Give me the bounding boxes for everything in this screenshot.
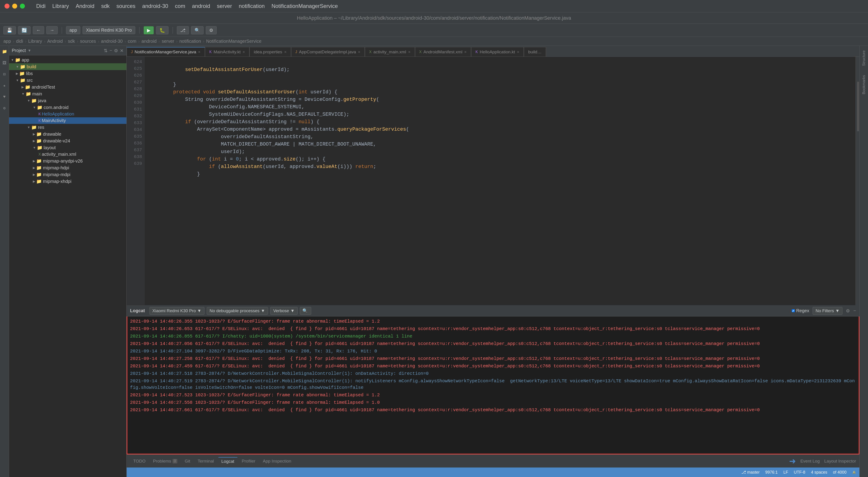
- align-icon[interactable]: ⇅: [104, 48, 107, 53]
- tree-item-layout[interactable]: ▼ 📁 layout: [9, 144, 126, 151]
- tree-item-drawable-v24[interactable]: ▶ 📁 drawable-v24: [9, 137, 126, 144]
- tab-terminal[interactable]: Terminal: [194, 457, 217, 465]
- run-button[interactable]: ▶: [144, 26, 154, 34]
- process-dropdown[interactable]: No debuggable processes ▼: [207, 307, 268, 315]
- settings-panel-icon[interactable]: ⚙: [114, 48, 118, 53]
- tab-logcat[interactable]: Logcat: [218, 457, 238, 465]
- menu-item-service[interactable]: NotificationManagerService: [271, 3, 338, 9]
- breadcrumb-android30[interactable]: android-30: [101, 39, 123, 44]
- tree-item-mipmap-xhdpi[interactable]: ▶ 📁 mipmap-xhdpi: [9, 178, 126, 185]
- tree-item-build[interactable]: ▼ 📁 build: [9, 63, 126, 70]
- tree-item-mipmap-hdpi[interactable]: ▶ 📁 mipmap-hdpi: [9, 164, 126, 171]
- tab-notification-service[interactable]: J NotificationManagerService.java ✕: [127, 47, 205, 57]
- tab-mainactivity[interactable]: K MainActivity.kt ✕: [205, 47, 249, 57]
- menu-item-sdk[interactable]: sdk: [101, 3, 110, 9]
- tree-item-com-android[interactable]: ▼ 📁 com.android: [9, 104, 126, 111]
- tab-profiler[interactable]: Profiler: [239, 457, 258, 465]
- tree-item-libs[interactable]: ▶ 📁 libs: [9, 70, 126, 77]
- tab-problems[interactable]: Problems 0: [150, 457, 181, 465]
- tab-helloapplication[interactable]: K HelloApplication.kt ✕: [471, 47, 524, 57]
- tab-build[interactable]: build…: [524, 47, 546, 57]
- breadcrumb-service[interactable]: NotificationManagerService: [206, 39, 261, 44]
- logcat-search-input[interactable]: [300, 307, 311, 315]
- editor-and-bottom: J NotificationManagerService.java ✕ K Ma…: [127, 46, 859, 477]
- close-panel-icon[interactable]: ✕: [120, 48, 124, 53]
- tab-appcompatdelegate[interactable]: J AppCompatDelegateImpl.java ✕: [291, 47, 365, 57]
- right-label-bookmarks[interactable]: Bookmarks: [862, 75, 866, 94]
- right-label-structure[interactable]: Structure: [862, 51, 866, 66]
- level-dropdown[interactable]: Verbose ▼: [270, 307, 298, 315]
- breadcrumb-server[interactable]: server: [162, 39, 174, 44]
- breadcrumb-android[interactable]: Android: [47, 39, 63, 44]
- tab-androidmanifest[interactable]: X AndroidManifest.xml ✕: [415, 47, 471, 57]
- breadcrumb-library[interactable]: Library: [28, 39, 42, 44]
- logcat-close-icon[interactable]: −: [853, 308, 856, 313]
- code-content[interactable]: setDefaultAssistantForUser(userId); } pr…: [145, 57, 855, 305]
- bookmarks-icon[interactable]: ★: [1, 82, 8, 89]
- maximize-button[interactable]: [20, 4, 25, 9]
- tab-app-inspection[interactable]: App Inspection: [260, 457, 294, 465]
- tab-activity-main-xml[interactable]: X activity_main.xml ✕: [365, 47, 415, 57]
- breadcrumb-com[interactable]: com: [128, 39, 136, 44]
- menu-item-android[interactable]: Android: [76, 3, 95, 9]
- favorites-icon[interactable]: ♥: [1, 93, 8, 100]
- sync-button[interactable]: 🔄: [18, 26, 31, 34]
- forward-button[interactable]: →: [46, 26, 58, 34]
- menu-item-sources[interactable]: sources: [117, 3, 135, 9]
- breadcrumb-sources[interactable]: sources: [80, 39, 96, 44]
- menu-item-notification[interactable]: notification: [239, 3, 265, 9]
- back-button[interactable]: ←: [33, 26, 44, 34]
- menu-item-server[interactable]: server: [217, 3, 232, 9]
- menu-item-android2[interactable]: android: [192, 3, 210, 9]
- breadcrumb-android2[interactable]: android: [142, 39, 157, 44]
- breadcrumb-didi[interactable]: didi: [16, 39, 23, 44]
- app-selector[interactable]: app: [66, 26, 80, 34]
- minimize-button[interactable]: [12, 4, 17, 9]
- tree-item-app[interactable]: ▼ 📁 app: [9, 57, 126, 63]
- device-selector[interactable]: Xiaomi Redmi K30 Pro: [83, 26, 135, 34]
- menu-item-didi[interactable]: Didi: [36, 3, 45, 9]
- structure-icon[interactable]: ⊟: [1, 71, 8, 77]
- tree-item-activity-main-xml[interactable]: X activity_main.xml: [9, 151, 126, 158]
- build-variants-icon[interactable]: ⚙: [1, 105, 8, 112]
- tab-git[interactable]: Git: [182, 457, 193, 465]
- tree-item-drawable[interactable]: ▶ 📁 drawable: [9, 131, 126, 137]
- menu-item-library[interactable]: Library: [52, 3, 69, 9]
- breadcrumb-app[interactable]: app: [3, 39, 11, 44]
- save-button[interactable]: 💾: [3, 26, 16, 34]
- code-scrollbar[interactable]: [855, 57, 859, 305]
- project-icon[interactable]: 📁: [1, 48, 8, 55]
- event-log-btn[interactable]: Event Log: [800, 459, 820, 464]
- menu-item-com[interactable]: com: [175, 3, 185, 9]
- tree-item-mainactivity[interactable]: K MainActivity: [9, 117, 126, 124]
- log-content[interactable]: 2021-09-14 14:40:26.355 1023-1023/? E/Su…: [127, 317, 859, 454]
- logcat-settings-icon[interactable]: ⚙: [846, 308, 850, 314]
- debug-button[interactable]: 🐛: [156, 26, 168, 34]
- layout-inspector-btn[interactable]: Layout Inspector: [824, 459, 856, 464]
- device-dropdown[interactable]: Xiaomi Redmi K30 Pro ▼: [150, 307, 205, 315]
- tree-item-main[interactable]: ▼ 📁 main: [9, 90, 126, 97]
- tree-item-androidtest[interactable]: ▶ 📁 androidTest: [9, 84, 126, 90]
- tree-item-src[interactable]: ▼ 📁 src: [9, 77, 126, 84]
- regex-checkbox[interactable]: [792, 309, 795, 312]
- regex-checkbox-label[interactable]: Regex: [792, 308, 809, 313]
- search-button[interactable]: 🔍: [191, 26, 204, 34]
- tree-item-mipmap-mdpi[interactable]: ▶ 📁 mipmap-mdpi: [9, 171, 126, 178]
- filter-dropdown[interactable]: No Filters ▼: [813, 307, 842, 315]
- tree-item-mipmap-anydpi[interactable]: ▶ 📁 mipmap-anydpi-v26: [9, 158, 126, 164]
- tab-idea-properties[interactable]: idea.properties ✕: [249, 47, 291, 57]
- close-button[interactable]: [4, 4, 9, 9]
- scrollbar-thumb[interactable]: [857, 82, 859, 131]
- breadcrumb-notification[interactable]: notification: [179, 39, 201, 44]
- tree-item-helloapplication[interactable]: K HelloApplication: [9, 111, 126, 117]
- breadcrumb-sdk[interactable]: sdk: [68, 39, 75, 44]
- tree-item-java[interactable]: ▼ 📁 java: [9, 97, 126, 104]
- tab-todo[interactable]: TODO: [130, 457, 149, 465]
- tree-item-res[interactable]: ▼ 📁 res: [9, 124, 126, 131]
- resource-manager-icon[interactable]: 🖼: [1, 59, 8, 66]
- collapse-icon[interactable]: −: [110, 48, 112, 53]
- menu-item-android30[interactable]: android-30: [142, 3, 168, 9]
- git-icon[interactable]: ⎇: [177, 26, 189, 34]
- settings-button[interactable]: ⚙: [206, 26, 217, 34]
- project-dropdown-icon[interactable]: ▼: [28, 49, 31, 53]
